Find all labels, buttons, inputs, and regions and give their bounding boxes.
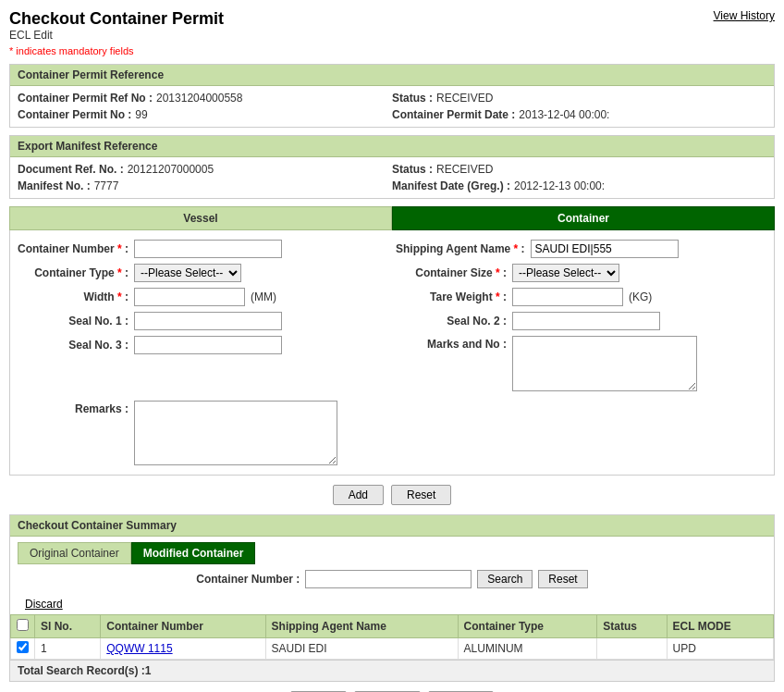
seal-no3-input[interactable]: [134, 336, 282, 354]
manifest-status-value: RECEIVED: [436, 163, 493, 176]
remarks-textarea[interactable]: [134, 401, 337, 465]
export-manifest-section: Export Manifest Reference Document Ref. …: [9, 135, 775, 199]
width-label: Width * :: [18, 290, 129, 303]
seal-no2-label: Seal No. 2 :: [396, 315, 507, 327]
permit-date-row: Container Permit Date : 2013-12-04 00:00…: [392, 108, 766, 121]
tab-modified-container[interactable]: Modified Container: [131, 542, 256, 564]
top-bar: Checkout Container Permit ECL Edit View …: [9, 9, 775, 42]
form-section: Container Number * : Container Type * : …: [9, 230, 775, 476]
container-number-label: Container Number * :: [18, 242, 129, 255]
container-type-select[interactable]: --Please Select--: [134, 264, 241, 282]
marks-row: Marks and No :: [396, 336, 766, 391]
container-size-row: Container Size * : --Please Select--: [396, 264, 766, 282]
manifest-no-label: Manifest No. :: [18, 179, 91, 192]
col-container-type: Container Type: [458, 615, 597, 638]
tare-weight-unit: (KG): [629, 290, 652, 303]
manifest-date-label: Manifest Date (Greg.) :: [392, 179, 510, 192]
total-records: Total Search Record(s) :1: [10, 660, 774, 681]
width-input[interactable]: [134, 288, 245, 306]
tare-weight-row: Tare Weight * : (KG): [396, 288, 766, 306]
row-shipping-agent: SAUDI EDI: [265, 638, 458, 660]
select-all-checkbox[interactable]: [17, 619, 29, 631]
row-checkbox[interactable]: [17, 641, 29, 653]
container-type-row: Container Type * : --Please Select--: [18, 264, 388, 282]
row-container-type: ALUMINUM: [458, 638, 597, 660]
status-value: RECEIVED: [436, 92, 493, 105]
marks-label: Marks and No :: [396, 336, 507, 351]
tare-weight-input[interactable]: [512, 288, 623, 306]
ref-no-row: Container Permit Ref No : 20131204000558: [18, 92, 392, 105]
width-row: Width * : (MM): [18, 288, 388, 306]
container-number-row: Container Number * :: [18, 240, 388, 258]
width-unit: (MM): [251, 290, 276, 303]
search-container-input[interactable]: [305, 570, 472, 588]
form-outer-grid: Container Number * : Container Type * : …: [18, 240, 766, 391]
tab-original-container[interactable]: Original Container: [18, 542, 131, 564]
seal-no1-input[interactable]: [134, 312, 282, 330]
ref-no-label: Container Permit Ref No :: [18, 92, 153, 105]
ref-no-value: 20131204000558: [156, 92, 242, 105]
container-number-input[interactable]: [134, 240, 282, 258]
col-container-number: Container Number: [101, 615, 265, 638]
shipping-agent-input[interactable]: [531, 240, 679, 258]
container-type-label: Container Type * :: [18, 266, 129, 279]
manifest-date-value: 2012-12-13 00:00:: [514, 179, 605, 192]
container-size-select[interactable]: --Please Select--: [512, 264, 619, 282]
form-reset-button[interactable]: Reset: [391, 485, 451, 505]
manifest-status-label: Status :: [392, 163, 433, 176]
form-button-row: Add Reset: [9, 485, 775, 505]
col-checkbox: [11, 615, 35, 638]
left-col-form: Container Number * : Container Type * : …: [18, 240, 388, 391]
table-header-row: Sl No. Container Number Shipping Agent N…: [11, 615, 774, 638]
doc-ref-row: Document Ref. No. : 20121207000005: [18, 163, 392, 176]
col-shipping-agent: Shipping Agent Name: [265, 615, 458, 638]
tab-container[interactable]: Container: [392, 206, 775, 230]
row-container-number: QQWW 1115: [101, 638, 265, 660]
doc-ref-value: 20121207000005: [128, 163, 214, 176]
export-manifest-grid: Document Ref. No. : 20121207000005 Statu…: [10, 157, 774, 198]
summary-section: Checkout Container Summary Original Cont…: [9, 514, 775, 682]
status-row: Status : RECEIVED: [392, 92, 766, 105]
container-number-link[interactable]: QQWW 1115: [106, 642, 172, 655]
container-permit-header: Container Permit Reference: [10, 65, 774, 86]
seal-no1-label: Seal No. 1 :: [18, 315, 129, 327]
page-subtitle: ECL Edit: [9, 29, 224, 42]
container-size-label: Container Size * :: [396, 266, 507, 279]
row-sl-no: 1: [35, 638, 101, 660]
container-permit-section: Container Permit Reference Container Per…: [9, 64, 775, 128]
summary-header: Checkout Container Summary: [10, 515, 774, 537]
page-container: Checkout Container Permit ECL Edit View …: [0, 0, 784, 692]
view-history-link[interactable]: View History: [714, 9, 775, 22]
right-col-form: Shipping Agent Name * : Container Size *…: [396, 240, 766, 391]
summary-reset-button[interactable]: Reset: [538, 570, 587, 588]
marks-textarea[interactable]: [512, 336, 697, 391]
manifest-no-value: 7777: [94, 179, 119, 192]
tare-weight-label: Tare Weight * :: [396, 290, 507, 303]
row-status: [597, 638, 667, 660]
discard-link[interactable]: Discard: [18, 596, 70, 612]
discard-row: Discard: [10, 594, 774, 614]
tab-vessel[interactable]: Vessel: [9, 206, 392, 230]
row-checkbox-cell: [11, 638, 35, 660]
col-sl-no: Sl No.: [35, 615, 101, 638]
permit-date-value: 2013-12-04 00:00:: [519, 108, 609, 121]
summary-search-row: Container Number : Search Reset: [10, 564, 774, 594]
permit-no-label: Container Permit No :: [18, 108, 131, 121]
seal-no3-label: Seal No. 3 :: [18, 339, 129, 352]
search-container-label: Container Number :: [196, 573, 300, 586]
remarks-row: Remarks :: [18, 401, 766, 465]
col-ecl-mode: ECL MODE: [667, 615, 773, 638]
seal-no2-input[interactable]: [512, 312, 660, 330]
remarks-label: Remarks :: [18, 401, 129, 415]
search-button[interactable]: Search: [477, 570, 533, 588]
add-button[interactable]: Add: [333, 485, 384, 505]
manifest-no-row: Manifest No. : 7777: [18, 179, 392, 192]
title-block: Checkout Container Permit ECL Edit: [9, 9, 224, 42]
permit-no-value: 99: [135, 108, 147, 121]
page-title: Checkout Container Permit: [9, 9, 224, 29]
status-label: Status :: [392, 92, 433, 105]
seal-no1-row: Seal No. 1 :: [18, 312, 388, 330]
manifest-status-row: Status : RECEIVED: [392, 163, 766, 176]
table-row: 1 QQWW 1115 SAUDI EDI ALUMINUM UPD: [11, 638, 774, 660]
permit-no-row: Container Permit No : 99: [18, 108, 392, 121]
